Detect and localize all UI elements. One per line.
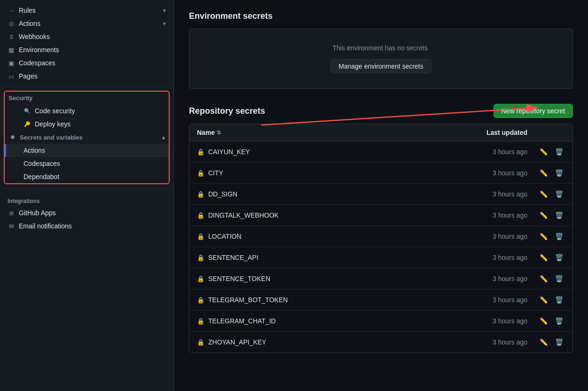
- delete-secret-button[interactable]: 🗑️: [553, 294, 565, 305]
- edit-secret-button[interactable]: ✏️: [538, 273, 549, 284]
- secret-name: 🔒 CAIYUN_KEY: [197, 148, 433, 156]
- divider: [0, 86, 173, 87]
- secret-actions: ✏️ 🗑️: [527, 167, 565, 179]
- sidebar-item-environments[interactable]: ▦ Environments: [0, 43, 173, 56]
- security-section: Security 🔍 Code security 🔑 Deploy keys ✱…: [4, 91, 170, 184]
- sidebar-item-label: Secrets and variables: [20, 134, 158, 141]
- sidebar: → Rules ▾ ⊙ Actions ▾ ⧖ Webhooks ▦ Envir…: [0, 0, 174, 391]
- sidebar-item-label: Deploy keys: [35, 120, 71, 128]
- lock-icon: 🔒: [197, 318, 204, 325]
- edit-secret-button[interactable]: ✏️: [538, 294, 549, 305]
- secret-updated: 3 hours ago: [433, 275, 527, 282]
- table-row: 🔒 DD_SIGN 3 hours ago ✏️ 🗑️: [189, 184, 572, 205]
- edit-secret-button[interactable]: ✏️: [538, 231, 549, 242]
- secret-updated: 3 hours ago: [433, 296, 527, 304]
- delete-secret-button[interactable]: 🗑️: [553, 336, 565, 348]
- table-row: 🔒 SENTENCE_TOKEN 3 hours ago ✏️ 🗑️: [189, 268, 572, 289]
- sidebar-item-webhooks[interactable]: ⧖ Webhooks: [0, 30, 173, 43]
- sidebar-item-security[interactable]: Security: [5, 92, 169, 104]
- table-row: 🔒 SENTENCE_API 3 hours ago ✏️ 🗑️: [189, 247, 572, 268]
- table-row: 🔒 LOCATION 3 hours ago ✏️ 🗑️: [189, 226, 572, 247]
- chevron-up-icon: ▴: [162, 134, 165, 141]
- chevron-down-icon: ▾: [163, 8, 166, 14]
- repo-secrets-title: Repository secrets: [189, 106, 265, 116]
- table-row: 🔒 CAIYUN_KEY 3 hours ago ✏️ 🗑️: [189, 141, 572, 163]
- sidebar-item-github-apps[interactable]: ⊛ GitHub Apps: [0, 206, 173, 219]
- edit-secret-button[interactable]: ✏️: [538, 167, 549, 179]
- sidebar-item-actions-sub[interactable]: Actions: [5, 144, 169, 157]
- edit-secret-button[interactable]: ✏️: [538, 146, 549, 157]
- edit-secret-button[interactable]: ✏️: [538, 210, 549, 221]
- secret-name: 🔒 DINGTALK_WEBHOOK: [197, 211, 433, 219]
- secret-actions: ✏️ 🗑️: [527, 273, 565, 284]
- sidebar-item-label: Dependabot: [24, 173, 59, 180]
- edit-secret-button[interactable]: ✏️: [538, 336, 549, 348]
- secret-name-text: CAIYUN_KEY: [208, 148, 250, 156]
- rules-icon: →: [8, 7, 15, 14]
- sidebar-item-label: Email notifications: [19, 222, 166, 230]
- repo-secrets-section: Repository secrets New repository secret…: [189, 104, 573, 353]
- secret-name: 🔒 SENTENCE_API: [197, 254, 433, 261]
- secret-updated: 3 hours ago: [433, 190, 527, 198]
- sidebar-item-dependabot[interactable]: Dependabot: [5, 170, 169, 183]
- secret-name: 🔒 LOCATION: [197, 233, 433, 240]
- deploy-keys-icon: 🔑: [24, 120, 31, 128]
- sidebar-item-label: Environments: [19, 46, 166, 54]
- delete-secret-button[interactable]: 🗑️: [553, 167, 565, 179]
- secret-name-text: CITY: [208, 169, 223, 177]
- email-icon: ✉: [8, 222, 15, 230]
- integrations-section-label: Integrations: [0, 192, 173, 206]
- table-header: Name ⇅ Last updated: [189, 124, 572, 141]
- secret-name: 🔒 DD_SIGN: [197, 190, 433, 198]
- sidebar-item-pages[interactable]: ▭ Pages: [0, 70, 173, 83]
- sidebar-item-label: Pages: [19, 72, 166, 80]
- code-security-icon: 🔍: [24, 107, 31, 115]
- delete-secret-button[interactable]: 🗑️: [553, 146, 565, 157]
- delete-secret-button[interactable]: 🗑️: [553, 231, 565, 242]
- edit-secret-button[interactable]: ✏️: [538, 315, 549, 327]
- delete-secret-button[interactable]: 🗑️: [553, 210, 565, 221]
- secret-name: 🔒 CITY: [197, 169, 433, 177]
- lock-icon: 🔒: [197, 254, 204, 261]
- edit-secret-button[interactable]: ✏️: [538, 252, 549, 263]
- col-actions: [527, 129, 565, 136]
- sidebar-item-code-security[interactable]: 🔍 Code security: [5, 104, 169, 117]
- col-name: Name ⇅: [197, 129, 433, 136]
- sidebar-item-label: Codespaces: [19, 59, 166, 67]
- secret-name: 🔒 TELEGRAM_BOT_TOKEN: [197, 296, 433, 304]
- sidebar-item-deploy-keys[interactable]: 🔑 Deploy keys: [5, 117, 169, 131]
- actions-icon: ⊙: [8, 20, 15, 27]
- secret-name-text: SENTENCE_API: [208, 254, 259, 261]
- secret-actions: ✏️ 🗑️: [527, 336, 565, 348]
- webhooks-icon: ⧖: [8, 33, 15, 40]
- lock-icon: 🔒: [197, 149, 204, 156]
- table-row: 🔒 CITY 3 hours ago ✏️ 🗑️: [189, 163, 572, 184]
- sidebar-item-email-notifications[interactable]: ✉ Email notifications: [0, 219, 173, 233]
- table-row: 🔒 ZHOYAN_API_KEY 3 hours ago ✏️ 🗑️: [189, 332, 572, 352]
- sidebar-item-label: GitHub Apps: [19, 209, 166, 217]
- secret-name-text: TELEGRAM_BOT_TOKEN: [208, 296, 288, 304]
- delete-secret-button[interactable]: 🗑️: [553, 273, 565, 284]
- manage-env-secrets-button[interactable]: Manage environment secrets: [330, 59, 431, 73]
- delete-secret-button[interactable]: 🗑️: [553, 188, 565, 200]
- secret-updated: 3 hours ago: [433, 233, 527, 240]
- sidebar-item-codespaces-sub[interactable]: Codespaces: [5, 157, 169, 170]
- delete-secret-button[interactable]: 🗑️: [553, 315, 565, 327]
- secret-actions: ✏️ 🗑️: [527, 252, 565, 263]
- sidebar-item-actions[interactable]: ⊙ Actions ▾: [0, 17, 173, 30]
- new-repository-secret-button[interactable]: New repository secret: [494, 104, 573, 118]
- secret-updated: 3 hours ago: [433, 211, 527, 219]
- delete-secret-button[interactable]: 🗑️: [553, 252, 565, 263]
- secret-actions: ✏️ 🗑️: [527, 188, 565, 200]
- edit-secret-button[interactable]: ✏️: [538, 188, 549, 200]
- sidebar-item-secrets-and-variables[interactable]: ✱ Secrets and variables ▴: [5, 131, 169, 144]
- env-secrets-box: This environment has no secrets. Manage …: [189, 29, 573, 89]
- secrets-rows-container: 🔒 CAIYUN_KEY 3 hours ago ✏️ 🗑️ 🔒 CITY 3 …: [189, 141, 572, 352]
- sidebar-item-rules[interactable]: → Rules ▾: [0, 4, 173, 17]
- environments-icon: ▦: [8, 46, 15, 54]
- sidebar-item-codespaces[interactable]: ▣ Codespaces: [0, 56, 173, 70]
- divider2: [0, 188, 173, 188]
- secret-actions: ✏️ 🗑️: [527, 294, 565, 305]
- chevron-down-icon: ▾: [163, 21, 166, 27]
- repo-secrets-header: Repository secrets New repository secret: [189, 104, 573, 118]
